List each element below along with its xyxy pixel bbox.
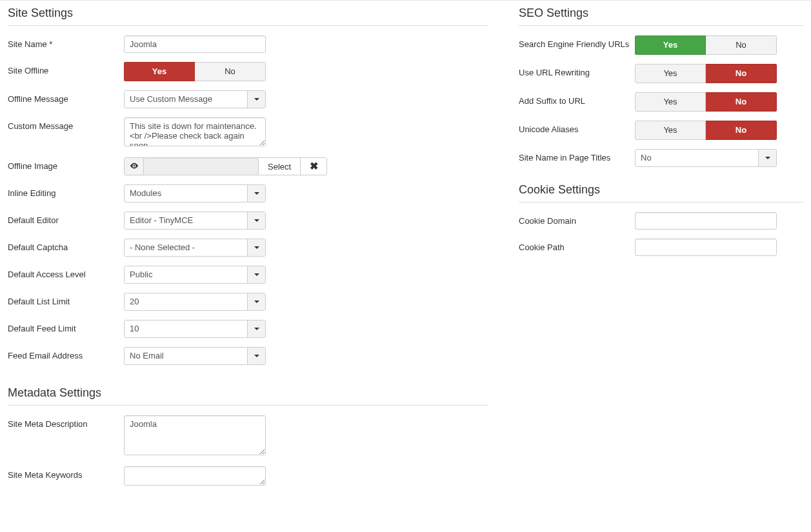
default-captcha-value: - None Selected - [125,239,247,256]
label-sitename-titles: Site Name in Page Titles [519,149,635,163]
toggle-yes[interactable]: Yes [635,35,706,55]
default-access-value: Public [125,266,247,283]
unicode-toggle[interactable]: Yes No [635,121,777,140]
toggle-no[interactable]: No [706,64,777,83]
toggle-yes[interactable]: Yes [124,62,195,81]
toggle-yes[interactable]: Yes [635,121,706,140]
default-list-limit-select[interactable]: 20 [124,293,266,311]
default-editor-value: Editor - TinyMCE [125,212,247,229]
chevron-down-icon [247,239,265,256]
label-offline-message: Offline Message [8,90,124,104]
default-feed-limit-select[interactable]: 10 [124,320,266,338]
custom-message-textarea[interactable]: This site is down for maintenance.<br />… [124,117,266,146]
default-list-limit-value: 20 [125,293,247,310]
inline-editing-value: Modules [125,185,247,202]
feed-email-value: No Email [125,348,247,364]
label-feed-email: Feed Email Address [8,347,124,360]
eye-icon [130,161,139,172]
label-unicode: Unicode Aliases [519,121,635,134]
seo-settings-heading: SEO Settings [519,3,803,26]
label-default-feed-limit: Default Feed Limit [8,320,124,333]
toggle-yes[interactable]: Yes [635,64,706,83]
default-captcha-select[interactable]: - None Selected - [124,239,266,257]
label-default-editor: Default Editor [8,212,124,225]
chevron-down-icon [247,293,265,310]
url-suffix-toggle[interactable]: Yes No [635,92,777,112]
default-feed-limit-value: 10 [125,320,247,337]
offline-image-input [144,158,259,175]
toggle-yes[interactable]: Yes [635,92,706,112]
chevron-down-icon [247,348,265,364]
cookie-settings-heading: Cookie Settings [519,180,803,202]
label-inline-editing: Inline Editing [8,184,124,198]
offline-message-select[interactable]: Use Custom Message [124,90,266,108]
label-default-list-limit: Default List Limit [8,293,124,306]
label-url-rewrite: Use URL Rewriting [519,64,635,77]
metadata-settings-heading: Metadata Settings [8,383,488,406]
label-default-access: Default Access Level [8,266,124,279]
feed-email-select[interactable]: No Email [124,347,266,365]
label-meta-keywords: Site Meta Keywords [8,466,124,480]
chevron-down-icon [247,91,265,108]
default-editor-select[interactable]: Editor - TinyMCE [124,212,266,230]
chevron-down-icon [247,266,265,283]
url-rewrite-toggle[interactable]: Yes No [635,64,777,83]
cookie-domain-input[interactable] [635,212,777,230]
chevron-down-icon [247,320,265,337]
toggle-no[interactable]: No [706,35,777,55]
toggle-no[interactable]: No [706,92,777,112]
label-site-offline: Site Offline [8,62,124,75]
site-name-input[interactable] [124,35,266,53]
default-access-select[interactable]: Public [124,266,266,284]
chevron-down-icon [758,150,776,166]
label-cookie-domain: Cookie Domain [519,212,635,226]
meta-desc-textarea[interactable]: Joomla [124,415,266,455]
offline-image-select-button[interactable]: Select [259,158,301,175]
toggle-no[interactable]: No [706,121,777,140]
preview-button[interactable] [125,158,144,175]
label-meta-desc: Site Meta Description [8,415,124,429]
offline-message-value: Use Custom Message [125,91,247,108]
sitename-titles-value: No [636,150,758,166]
label-site-name: Site Name * [8,35,124,49]
chevron-down-icon [247,212,265,229]
label-offline-image: Offline Image [8,157,124,171]
label-custom-message: Custom Message [8,117,124,131]
inline-editing-select[interactable]: Modules [124,184,266,202]
close-icon: ✖ [310,161,318,172]
label-cookie-path: Cookie Path [519,239,635,252]
offline-image-clear-button[interactable]: ✖ [301,158,326,175]
label-sef: Search Engine Friendly URLs [519,35,635,49]
sitename-titles-select[interactable]: No [635,149,777,167]
cookie-path-input[interactable] [635,239,777,256]
toggle-no[interactable]: No [195,62,266,81]
offline-image-field: Select ✖ [124,157,327,175]
site-offline-toggle[interactable]: Yes No [124,62,266,81]
sef-toggle[interactable]: Yes No [635,35,777,55]
label-url-suffix: Add Suffix to URL [519,92,635,106]
label-default-captcha: Default Captcha [8,239,124,252]
site-settings-heading: Site Settings [8,3,488,26]
chevron-down-icon [247,185,265,202]
meta-keywords-textarea[interactable] [124,466,266,486]
